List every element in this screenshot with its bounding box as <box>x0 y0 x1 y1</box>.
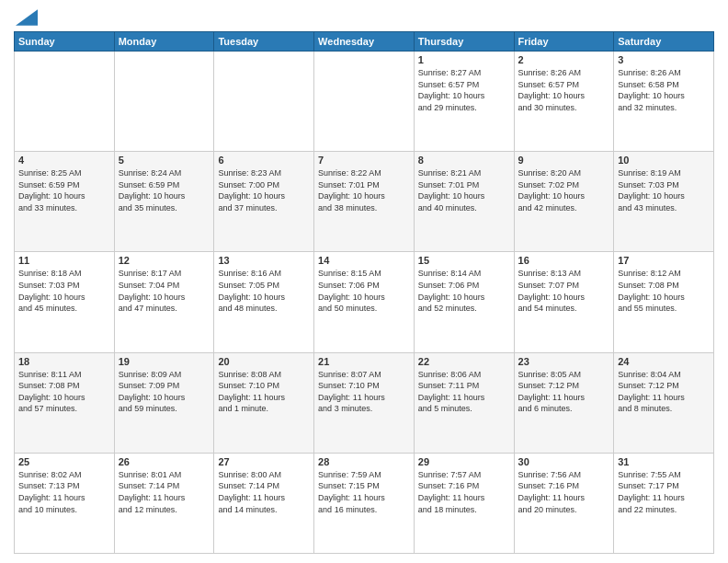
day-content: Sunrise: 8:24 AM Sunset: 6:59 PM Dayligh… <box>119 167 210 213</box>
day-content: Sunrise: 8:18 AM Sunset: 7:03 PM Dayligh… <box>18 268 110 314</box>
calendar-cell: 18Sunrise: 8:11 AM Sunset: 7:08 PM Dayli… <box>15 352 115 453</box>
calendar-cell: 11Sunrise: 8:18 AM Sunset: 7:03 PM Dayli… <box>15 252 115 352</box>
day-number: 20 <box>218 356 310 367</box>
day-number: 21 <box>318 356 410 367</box>
calendar-cell: 1Sunrise: 8:27 AM Sunset: 6:57 PM Daylig… <box>414 52 514 152</box>
day-content: Sunrise: 8:07 AM Sunset: 7:10 PM Dayligh… <box>318 369 410 415</box>
calendar-table: SundayMondayTuesdayWednesdayThursdayFrid… <box>14 31 714 554</box>
day-number: 23 <box>518 356 610 367</box>
calendar-cell: 9Sunrise: 8:20 AM Sunset: 7:02 PM Daylig… <box>514 152 614 252</box>
day-content: Sunrise: 8:23 AM Sunset: 7:00 PM Dayligh… <box>218 167 310 213</box>
day-content: Sunrise: 8:26 AM Sunset: 6:58 PM Dayligh… <box>618 67 710 113</box>
calendar-week-row: 11Sunrise: 8:18 AM Sunset: 7:03 PM Dayli… <box>15 252 714 352</box>
day-content: Sunrise: 8:25 AM Sunset: 6:59 PM Dayligh… <box>18 167 110 213</box>
logo <box>14 9 38 26</box>
day-content: Sunrise: 8:04 AM Sunset: 7:12 PM Dayligh… <box>618 369 710 415</box>
calendar-cell: 3Sunrise: 8:26 AM Sunset: 6:58 PM Daylig… <box>614 52 714 152</box>
calendar-cell: 6Sunrise: 8:23 AM Sunset: 7:00 PM Daylig… <box>214 152 314 252</box>
calendar-week-row: 25Sunrise: 8:02 AM Sunset: 7:13 PM Dayli… <box>15 453 714 553</box>
day-number: 22 <box>418 356 510 367</box>
calendar-week-row: 1Sunrise: 8:27 AM Sunset: 6:57 PM Daylig… <box>15 52 714 152</box>
day-number: 31 <box>618 456 710 467</box>
day-number: 25 <box>18 456 110 467</box>
day-number: 5 <box>119 155 210 166</box>
weekday-header-saturday: Saturday <box>614 32 714 52</box>
calendar-cell: 21Sunrise: 8:07 AM Sunset: 7:10 PM Dayli… <box>314 352 415 453</box>
calendar-cell: 24Sunrise: 8:04 AM Sunset: 7:12 PM Dayli… <box>614 352 714 453</box>
calendar-cell: 19Sunrise: 8:09 AM Sunset: 7:09 PM Dayli… <box>114 352 214 453</box>
day-number: 6 <box>218 155 310 166</box>
calendar-week-row: 4Sunrise: 8:25 AM Sunset: 6:59 PM Daylig… <box>15 152 714 252</box>
calendar-cell: 20Sunrise: 8:08 AM Sunset: 7:10 PM Dayli… <box>214 352 314 453</box>
calendar-cell: 10Sunrise: 8:19 AM Sunset: 7:03 PM Dayli… <box>614 152 714 252</box>
calendar-cell: 23Sunrise: 8:05 AM Sunset: 7:12 PM Dayli… <box>514 352 614 453</box>
day-content: Sunrise: 8:14 AM Sunset: 7:06 PM Dayligh… <box>418 268 510 314</box>
day-number: 26 <box>119 456 210 467</box>
day-content: Sunrise: 7:56 AM Sunset: 7:16 PM Dayligh… <box>518 469 610 515</box>
calendar-cell: 7Sunrise: 8:22 AM Sunset: 7:01 PM Daylig… <box>314 152 415 252</box>
calendar-cell: 26Sunrise: 8:01 AM Sunset: 7:14 PM Dayli… <box>114 453 214 553</box>
logo-icon <box>16 9 38 26</box>
day-content: Sunrise: 7:59 AM Sunset: 7:15 PM Dayligh… <box>318 469 410 515</box>
day-number: 13 <box>218 255 310 266</box>
day-content: Sunrise: 8:02 AM Sunset: 7:13 PM Dayligh… <box>18 469 110 515</box>
day-content: Sunrise: 8:13 AM Sunset: 7:07 PM Dayligh… <box>518 268 610 314</box>
day-number: 27 <box>218 456 310 467</box>
day-content: Sunrise: 8:09 AM Sunset: 7:09 PM Dayligh… <box>119 369 210 415</box>
day-content: Sunrise: 8:16 AM Sunset: 7:05 PM Dayligh… <box>218 268 310 314</box>
weekday-header-friday: Friday <box>514 32 614 52</box>
day-content: Sunrise: 8:20 AM Sunset: 7:02 PM Dayligh… <box>518 167 610 213</box>
day-content: Sunrise: 8:11 AM Sunset: 7:08 PM Dayligh… <box>18 369 110 415</box>
day-number: 10 <box>618 155 710 166</box>
day-content: Sunrise: 8:01 AM Sunset: 7:14 PM Dayligh… <box>119 469 210 515</box>
calendar-cell: 29Sunrise: 7:57 AM Sunset: 7:16 PM Dayli… <box>414 453 514 553</box>
day-content: Sunrise: 8:19 AM Sunset: 7:03 PM Dayligh… <box>618 167 710 213</box>
weekday-header-row: SundayMondayTuesdayWednesdayThursdayFrid… <box>15 32 714 52</box>
calendar-cell: 31Sunrise: 7:55 AM Sunset: 7:17 PM Dayli… <box>614 453 714 553</box>
day-number: 30 <box>518 456 610 467</box>
day-content: Sunrise: 8:22 AM Sunset: 7:01 PM Dayligh… <box>318 167 410 213</box>
svg-marker-0 <box>16 9 38 26</box>
day-number: 14 <box>318 255 410 266</box>
day-number: 9 <box>518 155 610 166</box>
day-number: 8 <box>418 155 510 166</box>
day-content: Sunrise: 7:57 AM Sunset: 7:16 PM Dayligh… <box>418 469 510 515</box>
day-number: 18 <box>18 356 110 367</box>
calendar-cell: 4Sunrise: 8:25 AM Sunset: 6:59 PM Daylig… <box>15 152 115 252</box>
calendar-cell: 15Sunrise: 8:14 AM Sunset: 7:06 PM Dayli… <box>414 252 514 352</box>
day-number: 2 <box>518 54 610 65</box>
weekday-header-tuesday: Tuesday <box>214 32 314 52</box>
day-number: 24 <box>618 356 710 367</box>
day-number: 16 <box>518 255 610 266</box>
day-content: Sunrise: 8:08 AM Sunset: 7:10 PM Dayligh… <box>218 369 310 415</box>
day-number: 3 <box>618 54 710 65</box>
day-number: 15 <box>418 255 510 266</box>
day-content: Sunrise: 8:00 AM Sunset: 7:14 PM Dayligh… <box>218 469 310 515</box>
day-number: 29 <box>418 456 510 467</box>
calendar-cell: 2Sunrise: 8:26 AM Sunset: 6:57 PM Daylig… <box>514 52 614 152</box>
calendar-cell: 28Sunrise: 7:59 AM Sunset: 7:15 PM Dayli… <box>314 453 415 553</box>
day-number: 19 <box>119 356 210 367</box>
day-number: 7 <box>318 155 410 166</box>
calendar-cell: 17Sunrise: 8:12 AM Sunset: 7:08 PM Dayli… <box>614 252 714 352</box>
calendar-cell: 5Sunrise: 8:24 AM Sunset: 6:59 PM Daylig… <box>114 152 214 252</box>
day-number: 1 <box>418 54 510 65</box>
day-content: Sunrise: 8:12 AM Sunset: 7:08 PM Dayligh… <box>618 268 710 314</box>
day-number: 17 <box>618 255 710 266</box>
weekday-header-sunday: Sunday <box>15 32 115 52</box>
calendar-cell <box>214 52 314 152</box>
day-number: 12 <box>119 255 210 266</box>
calendar-cell: 14Sunrise: 8:15 AM Sunset: 7:06 PM Dayli… <box>314 252 415 352</box>
day-content: Sunrise: 8:15 AM Sunset: 7:06 PM Dayligh… <box>318 268 410 314</box>
calendar-cell: 27Sunrise: 8:00 AM Sunset: 7:14 PM Dayli… <box>214 453 314 553</box>
weekday-header-thursday: Thursday <box>414 32 514 52</box>
day-content: Sunrise: 7:55 AM Sunset: 7:17 PM Dayligh… <box>618 469 710 515</box>
calendar-week-row: 18Sunrise: 8:11 AM Sunset: 7:08 PM Dayli… <box>15 352 714 453</box>
day-number: 4 <box>18 155 110 166</box>
calendar-cell: 12Sunrise: 8:17 AM Sunset: 7:04 PM Dayli… <box>114 252 214 352</box>
calendar-cell: 13Sunrise: 8:16 AM Sunset: 7:05 PM Dayli… <box>214 252 314 352</box>
day-content: Sunrise: 8:27 AM Sunset: 6:57 PM Dayligh… <box>418 67 510 113</box>
page: SundayMondayTuesdayWednesdayThursdayFrid… <box>0 0 728 563</box>
day-number: 28 <box>318 456 410 467</box>
weekday-header-wednesday: Wednesday <box>314 32 415 52</box>
